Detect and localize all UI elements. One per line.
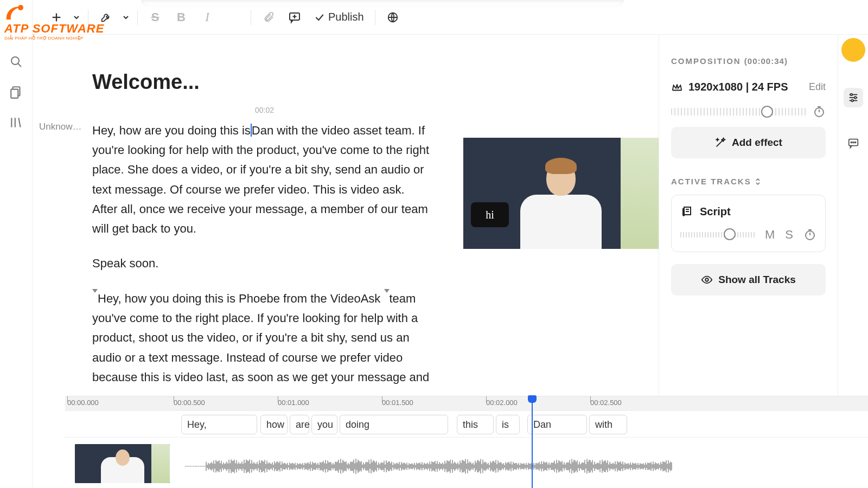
svg-point-26: [850, 94, 852, 96]
timer-icon[interactable]: [803, 228, 816, 241]
timeline-word[interactable]: Hey,: [181, 415, 257, 434]
add-effect-button[interactable]: Add effect: [671, 127, 826, 158]
edit-composition-link[interactable]: Edit: [809, 81, 826, 93]
italic-button[interactable]: I: [196, 7, 218, 28]
logo-subtext: GIẢI PHÁP HỖ TRỢ DOANH NGHIỆP: [4, 36, 104, 41]
add-effect-label: Add effect: [732, 137, 782, 149]
timeline-word[interactable]: how: [260, 415, 288, 434]
active-tracks-label[interactable]: ACTIVE TRACKS: [671, 177, 826, 186]
timeline-wave-row[interactable]: [65, 438, 868, 488]
slider-track[interactable]: [671, 108, 807, 115]
timeline-word[interactable]: Dan: [527, 415, 587, 434]
video-preview[interactable]: hi: [463, 138, 659, 249]
transcript-text[interactable]: Hey, how you doing this is Phoebe from t…: [98, 292, 380, 305]
mute-toggle[interactable]: M: [765, 228, 775, 242]
preview-bg-window: [621, 138, 659, 249]
transcript-paragraph[interactable]: Hey, how are you doing this isDan with t…: [92, 121, 431, 239]
timeline[interactable]: 00:00.00000:00.50000:01.00000:01.50000:0…: [65, 396, 868, 488]
transcript-paragraph[interactable]: Hey, how you doing this is Phoebe from t…: [92, 289, 431, 387]
svg-point-28: [851, 100, 853, 102]
script-icon: [680, 205, 693, 218]
sort-chevrons-icon: [755, 178, 761, 185]
ruler-tick[interactable]: 00:01.500: [382, 399, 413, 407]
composition-label-text: COMPOSITION: [671, 56, 741, 66]
left-rail: [0, 0, 33, 488]
pillow-text: hi: [486, 209, 494, 221]
timeline-word[interactable]: are: [290, 415, 309, 434]
ruler-tick[interactable]: 00:02.500: [590, 399, 622, 407]
show-all-tracks-label: Show all Tracks: [718, 274, 796, 286]
composition-opacity-slider[interactable]: [671, 105, 826, 118]
composition-dims: 1920x1080 | 24 FPS: [671, 81, 788, 93]
highlight-color-button[interactable]: [222, 7, 244, 28]
comment-add-button[interactable]: [284, 7, 305, 28]
insert-marker-icon: [384, 289, 390, 293]
logo-text: ATP SOFTWARE: [4, 22, 104, 36]
ruler-tick[interactable]: 00:01.000: [278, 399, 309, 407]
solo-toggle[interactable]: S: [785, 228, 794, 242]
user-avatar[interactable]: [841, 38, 865, 62]
publish-button[interactable]: Publish: [310, 11, 368, 23]
ruler-tick[interactable]: 00:02.000: [486, 399, 518, 407]
composition-label: COMPOSITION (00:00:34): [671, 56, 826, 66]
audio-waveform[interactable]: [184, 457, 673, 476]
svg-point-30: [851, 142, 852, 143]
attach-button[interactable]: [258, 7, 279, 28]
timer-icon[interactable]: [813, 105, 826, 118]
track-card-script[interactable]: Script M S: [671, 195, 826, 252]
timeline-ruler[interactable]: 00:00.00000:00.50000:01.00000:01.50000:0…: [65, 396, 868, 410]
publish-label: Publish: [328, 11, 364, 23]
eye-icon: [701, 274, 713, 286]
timeline-word[interactable]: with: [589, 415, 627, 434]
share-public-button[interactable]: [382, 7, 404, 28]
page-title[interactable]: Welcome...: [92, 65, 431, 99]
transcript-paragraph[interactable]: Speak soon.: [92, 254, 431, 273]
timeline-word[interactable]: doing: [340, 415, 448, 434]
ruler-tick[interactable]: 00:00.500: [174, 399, 205, 407]
svg-point-32: [854, 142, 856, 143]
preview-pillow-decoration: hi: [471, 202, 509, 227]
timeline-word[interactable]: is: [496, 415, 520, 434]
transcript-text[interactable]: Dan with the video asset team. If you're…: [92, 124, 429, 235]
ruler-tick[interactable]: 00:00.000: [67, 399, 99, 407]
svg-line-2: [18, 63, 21, 67]
search-icon[interactable]: [9, 54, 24, 69]
toolbar-separator: [375, 10, 375, 25]
transcript-text[interactable]: Hey, how are you doing this is: [92, 124, 251, 137]
clip-thumbnail[interactable]: [75, 444, 170, 483]
toolbar-separator: [137, 10, 138, 25]
track-controls: M S: [680, 228, 816, 242]
timeline-word-row[interactable]: Hey,howareyoudoingthisisDanwith: [65, 410, 868, 438]
comments-panel-toggle[interactable]: [844, 133, 863, 153]
tools-dropdown-chevron-icon[interactable]: [121, 7, 131, 28]
strikethrough-button[interactable]: S: [144, 7, 166, 28]
bold-button[interactable]: B: [170, 7, 192, 28]
crown-icon: [671, 81, 683, 93]
transcript-text[interactable]: team you've come to the right place. If …: [92, 292, 429, 384]
playhead[interactable]: [532, 396, 533, 488]
timeline-word[interactable]: you: [311, 415, 337, 434]
insert-marker-icon: [92, 289, 98, 293]
show-all-tracks-button[interactable]: Show all Tracks: [671, 264, 826, 296]
composition-settings-row: 1920x1080 | 24 FPS Edit: [671, 81, 826, 93]
sliders-icon: [847, 92, 859, 104]
brand-logo: ATP SOFTWARE GIẢI PHÁP HỖ TRỢ DOANH NGHI…: [4, 3, 104, 41]
main-area: S B I Publish Unknow… Welcome: [33, 0, 868, 488]
svg-point-0: [18, 5, 23, 10]
svg-rect-4: [11, 89, 18, 98]
library-icon[interactable]: [9, 115, 24, 130]
svg-point-27: [854, 97, 856, 99]
slider-thumb[interactable]: [724, 228, 736, 240]
magic-wand-icon: [714, 137, 726, 149]
comment-icon: [847, 137, 859, 149]
track-volume-slider[interactable]: [680, 232, 755, 237]
timeline-word[interactable]: this: [457, 415, 494, 434]
slider-thumb[interactable]: [761, 106, 773, 118]
track-title: Script: [680, 205, 816, 218]
logo-swoosh-icon: [4, 3, 26, 22]
topbar-decoration: [141, 0, 624, 7]
svg-point-1: [11, 57, 19, 65]
properties-panel-toggle[interactable]: [844, 88, 863, 107]
pages-icon[interactable]: [9, 85, 24, 100]
composition-duration: (00:00:34): [744, 56, 788, 66]
